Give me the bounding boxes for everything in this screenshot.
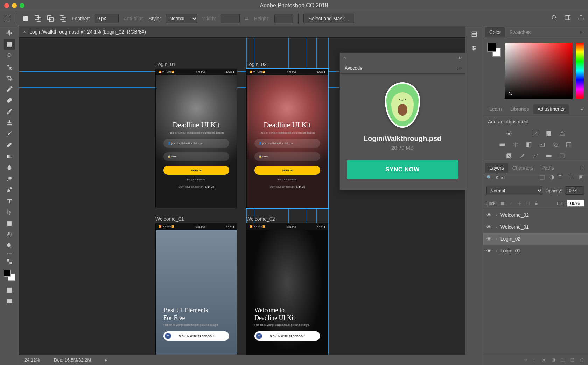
color-swatches[interactable] [487,43,501,57]
zoom-level[interactable]: 24,12% [24,357,40,363]
layer-mask-icon[interactable] [541,357,547,363]
selection-add-icon[interactable] [34,15,42,22]
close-panel-icon[interactable]: × [343,55,346,60]
marquee-preset-icon[interactable] [4,15,11,22]
doc-info[interactable]: Doc: 16,5M/32,2M [54,357,91,363]
blend-mode-select[interactable]: Normal [486,186,542,195]
lock-all-icon[interactable] [534,201,539,206]
layer-row[interactable]: 👁 › Welcome_02 [483,209,588,221]
expand-icon[interactable]: › [496,249,497,253]
saturation-box[interactable] [505,43,573,99]
expand-icon[interactable]: › [496,213,497,217]
panel-menu-icon[interactable]: ≡ [578,29,586,35]
panel-menu-icon[interactable]: ≡ [578,106,586,112]
close-window-button[interactable] [4,3,9,8]
quickmask-icon[interactable] [4,285,15,295]
delete-layer-icon[interactable] [579,357,584,363]
artboard[interactable]: Welcome_02 📶 VIRGIN 📶9:21 PM100% ▮ Welco… [246,216,328,355]
swatches-tab[interactable]: Swatches [505,27,535,37]
expand-icon[interactable]: › [496,225,497,229]
channels-tab[interactable]: Channels [508,163,537,173]
new-group-icon[interactable] [560,357,566,363]
canvas[interactable]: Login_01 📶 VIRGIN 📶9:21 PM100% ▮ Deadlin… [19,38,465,355]
fill-input[interactable] [567,200,584,207]
lock-artboard-icon[interactable] [525,201,530,206]
maximize-window-button[interactable] [20,3,24,8]
visibility-icon[interactable]: 👁 [486,236,492,242]
healing-tool[interactable] [4,95,15,106]
stamp-tool[interactable] [4,117,15,128]
select-and-mask-button[interactable]: Select and Mask... [303,14,354,23]
adjustments-tab[interactable]: Adjustments [533,104,569,114]
libraries-tab[interactable]: Libraries [506,104,533,114]
lut-icon[interactable] [565,141,572,148]
sync-now-button[interactable]: SYNC NOW [347,160,458,179]
collapse-panel-icon[interactable]: ‹‹ [458,55,462,60]
quick-select-tool[interactable] [4,62,15,72]
eraser-tool[interactable] [4,140,15,150]
lock-paint-icon[interactable] [509,201,513,206]
artboard[interactable]: Login_01 📶 VIRGIN 📶9:21 PM100% ▮ Deadlin… [155,62,237,208]
lasso-tool[interactable] [4,50,15,61]
minimize-window-button[interactable] [12,3,17,8]
panel-menu-icon[interactable]: ≡ [578,165,586,171]
close-tab-icon[interactable]: × [23,29,26,35]
lock-position-icon[interactable] [517,201,522,206]
new-adjustment-icon[interactable] [551,357,556,363]
foreground-background-colors[interactable] [4,270,15,281]
screenmode-icon[interactable] [4,296,15,307]
new-layer-icon[interactable] [570,357,575,363]
hand-tool[interactable] [4,229,15,240]
style-select[interactable]: Normal [166,14,197,23]
layer-row[interactable]: 👁 › Welcome_01 [483,221,588,233]
visibility-icon[interactable]: 👁 [486,212,492,218]
brush-tool[interactable] [4,106,15,117]
curves-icon[interactable] [532,130,539,137]
marquee-tool[interactable] [4,39,15,50]
share-icon[interactable] [578,14,584,22]
invert-icon[interactable] [505,152,512,159]
brightness-icon[interactable] [505,130,512,137]
pen-tool[interactable] [4,185,15,195]
gradient-map-icon[interactable] [545,152,552,159]
history-brush-tool[interactable] [4,129,15,139]
move-tool[interactable] [4,28,15,38]
paths-tab[interactable]: Paths [537,163,558,173]
path-select-tool[interactable] [4,207,15,217]
shape-tool[interactable] [4,218,15,229]
exposure-icon[interactable] [545,130,552,137]
filter-adjust-icon[interactable] [549,174,555,180]
filter-type-icon[interactable]: T [559,174,565,180]
tools-overflow[interactable] [7,253,12,254]
filter-shape-icon[interactable] [568,174,575,180]
channel-mixer-icon[interactable] [552,141,559,148]
type-tool[interactable] [4,196,15,206]
panel-menu-icon[interactable]: ≡ [457,65,460,71]
expand-icon[interactable]: › [496,237,497,241]
visibility-icon[interactable]: 👁 [486,248,492,253]
selection-intersect-icon[interactable] [59,15,67,22]
selection-new-icon[interactable] [21,15,29,22]
crop-tool[interactable] [4,73,15,83]
balance-icon[interactable] [512,141,519,148]
layer-fx-icon[interactable]: fx [532,357,537,363]
selective-color-icon[interactable] [559,152,566,159]
hue-icon[interactable] [499,141,506,148]
blur-tool[interactable] [4,162,15,173]
layer-row[interactable]: 👁 › Login_01 [483,245,588,257]
workspace-icon[interactable] [564,14,571,22]
history-panel-icon[interactable] [470,30,478,38]
artboard[interactable]: Login_02 📶 VIRGIN 📶9:21 PM100% ▮ Deadlin… [246,62,328,208]
layers-tab[interactable]: Layers [485,163,508,173]
gradient-tool[interactable] [4,151,15,162]
edit-toolbar-icon[interactable] [4,256,15,267]
dodge-tool[interactable] [4,173,15,184]
threshold-icon[interactable] [532,152,539,159]
photo-filter-icon[interactable] [539,141,546,148]
visibility-icon[interactable]: 👁 [486,224,492,230]
bw-icon[interactable] [525,141,532,148]
filter-pixel-icon[interactable] [539,174,545,180]
layer-row[interactable]: 👁 › Login_02 [483,233,588,245]
posterize-icon[interactable] [519,152,526,159]
properties-panel-icon[interactable] [470,44,478,52]
